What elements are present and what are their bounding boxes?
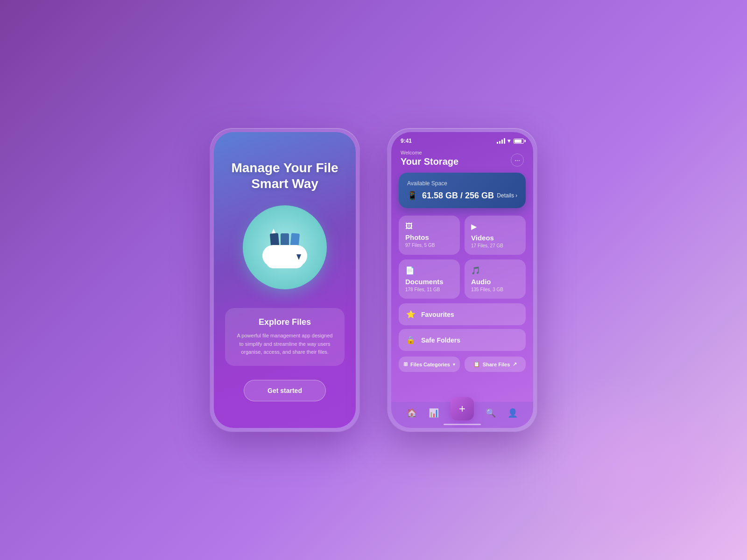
safe-folders-row[interactable]: 🔒 Safe Folders: [399, 329, 526, 351]
phones-container: Manage Your File Smart Way Ex: [210, 128, 537, 432]
audio-label: Audio: [471, 278, 519, 286]
header-text-group: Welcome Your Storage: [401, 150, 458, 167]
files-categories-label: Files Categories: [410, 362, 450, 367]
space-card[interactable]: Available Space 📱 61.58 GB / 256 GB Deta…: [399, 173, 526, 208]
illustration-circle: [243, 205, 327, 289]
profile-icon: 👤: [507, 408, 518, 418]
phone-1-screen: Manage Your File Smart Way Ex: [214, 132, 356, 428]
home-icon: 🏠: [407, 408, 417, 418]
files-categories-button[interactable]: ⊞ Files Categories ▾: [399, 357, 460, 372]
documents-label: Documents: [405, 278, 453, 286]
explore-description: A powerful file management app designed …: [234, 332, 335, 357]
nav-search[interactable]: 🔍: [486, 408, 496, 419]
space-info: 📱 61.58 GB / 256 GB Details ›: [407, 190, 517, 201]
photos-meta: 97 Files, 5 GB: [405, 243, 453, 248]
videos-icon: ▶: [471, 222, 519, 231]
phone-2-content: 9:41 ▾: [391, 132, 533, 428]
get-started-button[interactable]: Get started: [244, 380, 326, 401]
photos-label: Photos: [405, 233, 453, 241]
stats-icon: 📊: [429, 408, 439, 418]
share-files-label: Share Files: [483, 362, 510, 367]
category-documents[interactable]: 📄 Documents 178 Files, 11 GB: [399, 259, 460, 299]
space-left: 📱 61.58 GB / 256 GB: [407, 190, 494, 201]
favourites-label: Favourites: [421, 311, 454, 318]
photos-icon: 🖼: [405, 222, 453, 231]
videos-meta: 17 Files, 27 GB: [471, 243, 519, 248]
home-indicator: [444, 424, 481, 425]
file-illustration: [261, 226, 308, 268]
videos-label: Videos: [471, 234, 519, 242]
share-files-button[interactable]: 📋 Share Files ↗: [465, 357, 526, 372]
status-bar: 9:41 ▾: [391, 132, 533, 148]
favourites-row[interactable]: ⭐ Favourites: [399, 303, 526, 325]
safe-folders-icon: 🔒: [406, 336, 416, 344]
search-icon: 🔍: [486, 408, 496, 418]
nav-profile[interactable]: 👤: [507, 408, 518, 419]
space-label: Available Space: [407, 180, 517, 187]
documents-icon: 📄: [405, 266, 453, 275]
nav-stats[interactable]: 📊: [429, 408, 439, 419]
wifi-icon: ▾: [507, 138, 510, 144]
phone-2: 9:41 ▾: [388, 128, 537, 432]
status-time: 9:41: [401, 138, 412, 144]
safe-folders-label: Safe Folders: [421, 336, 460, 344]
details-link[interactable]: Details ›: [497, 192, 517, 199]
phone-1: Manage Your File Smart Way Ex: [210, 128, 359, 432]
nav-home[interactable]: 🏠: [407, 408, 417, 419]
battery-icon: [514, 139, 524, 144]
signal-icon: [497, 138, 505, 144]
category-photos[interactable]: 🖼 Photos 97 Files, 5 GB: [399, 216, 460, 255]
status-icons: ▾: [497, 138, 524, 144]
file-card-3: [289, 233, 300, 256]
device-icon: 📱: [407, 190, 417, 201]
screen-header: Welcome Your Storage ···: [391, 148, 533, 173]
battery-fill: [514, 140, 521, 143]
category-grid: 🖼 Photos 97 Files, 5 GB ▶ Videos 17 File…: [391, 216, 533, 299]
documents-meta: 178 Files, 11 GB: [405, 287, 453, 292]
files-categories-icon: ⊞: [403, 361, 408, 367]
action-buttons: ⊞ Files Categories ▾ 📋 Share Files ↗: [391, 355, 533, 376]
space-amount: 61.58 GB / 256 GB: [422, 191, 494, 201]
storage-title: Your Storage: [401, 156, 458, 167]
bottom-nav: 🏠 📊 + 🔍 👤: [391, 402, 533, 428]
phone-2-screen: 9:41 ▾: [391, 132, 533, 428]
favourites-icon: ⭐: [406, 310, 416, 319]
splash-title: Manage Your File Smart Way: [225, 160, 345, 191]
explore-title: Explore Files: [234, 317, 335, 327]
category-audio[interactable]: 🎵 Audio 135 Files, 3 GB: [465, 259, 526, 299]
fab-add-button[interactable]: +: [451, 397, 474, 420]
more-button[interactable]: ···: [511, 154, 524, 167]
audio-meta: 135 Files, 3 GB: [471, 287, 519, 292]
arrow-down-icon: [296, 254, 301, 260]
phone-1-content: Manage Your File Smart Way Ex: [214, 132, 356, 428]
audio-icon: 🎵: [471, 266, 519, 275]
share-files-icon: 📋: [473, 361, 480, 367]
welcome-label: Welcome: [401, 150, 458, 155]
category-videos[interactable]: ▶ Videos 17 Files, 27 GB: [465, 216, 526, 255]
info-box: Explore Files A powerful file management…: [225, 308, 345, 366]
plus-icon: +: [459, 402, 465, 415]
